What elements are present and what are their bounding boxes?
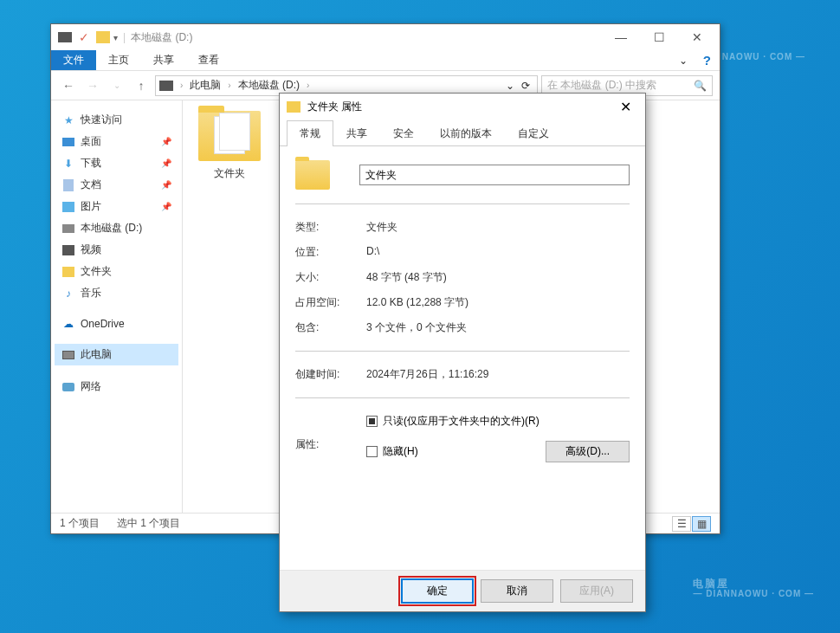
- close-button[interactable]: ✕: [613, 99, 638, 115]
- sidebar-item-pictures[interactable]: 图片📌: [55, 196, 178, 217]
- view-details-button[interactable]: ☰: [672, 516, 691, 532]
- cancel-button[interactable]: 取消: [481, 579, 553, 603]
- sidebar-item-label: 文档: [81, 178, 101, 192]
- sidebar-onedrive[interactable]: ☁OneDrive: [55, 314, 178, 333]
- dialog-titlebar: 文件夹 属性 ✕: [280, 94, 645, 119]
- search-icon[interactable]: 🔍: [694, 80, 707, 92]
- nav-back-button[interactable]: ←: [58, 75, 79, 96]
- pictures-icon: [61, 201, 75, 213]
- apply-button[interactable]: 应用(A): [560, 579, 633, 603]
- hidden-checkbox[interactable]: [366, 446, 378, 457]
- watermark-text: 电脑屋: [693, 578, 729, 590]
- sidebar-item-label: OneDrive: [81, 318, 125, 330]
- status-item-count: 1 个项目: [60, 516, 100, 531]
- sidebar-item-label: 图片: [81, 199, 101, 214]
- folder-icon: [61, 266, 75, 278]
- value-created: 2024年7月26日，11:16:29: [366, 367, 488, 382]
- folder-name-input[interactable]: [359, 165, 630, 185]
- maximize-button[interactable]: ☐: [640, 25, 678, 49]
- ribbon-file-tab[interactable]: 文件: [51, 50, 96, 70]
- sidebar-quick-access[interactable]: ★快速访问: [55, 109, 178, 131]
- divider: [295, 397, 630, 398]
- tab-previous-versions[interactable]: 以前的版本: [427, 120, 505, 146]
- breadcrumb-drive[interactable]: 本地磁盘 (D:): [235, 78, 303, 93]
- nav-up-button[interactable]: ↑: [131, 75, 152, 96]
- ok-button[interactable]: 确定: [401, 578, 474, 604]
- network-icon: [61, 381, 75, 393]
- sidebar-item-music[interactable]: ♪音乐: [55, 282, 178, 304]
- folder-large-icon: [198, 111, 261, 161]
- ribbon-tab-share[interactable]: 共享: [141, 49, 186, 71]
- sidebar: ★快速访问 桌面📌 ⬇下载📌 文档📌 图片📌 本地磁盘 (D:) 视频 文件夹 …: [51, 100, 183, 513]
- folder-item[interactable]: 文件夹: [193, 111, 266, 181]
- help-icon[interactable]: ?: [695, 53, 720, 68]
- sidebar-item-label: 快速访问: [81, 113, 122, 127]
- sidebar-item-folder[interactable]: 文件夹: [55, 261, 178, 282]
- chevron-right-icon[interactable]: ›: [177, 81, 186, 90]
- qat-check-icon[interactable]: ✓: [79, 30, 89, 44]
- star-icon: ★: [61, 114, 75, 126]
- tab-sharing[interactable]: 共享: [333, 120, 380, 146]
- sidebar-item-videos[interactable]: 视频: [55, 239, 178, 261]
- sidebar-item-label: 此电脑: [81, 347, 112, 362]
- tab-general[interactable]: 常规: [287, 120, 333, 146]
- tab-customize[interactable]: 自定义: [505, 120, 562, 146]
- status-selected-count: 选中 1 个项目: [117, 516, 180, 531]
- label-created: 创建时间:: [295, 367, 366, 382]
- sidebar-item-label: 桌面: [81, 134, 101, 149]
- value-location: D:\: [366, 245, 379, 260]
- minimize-button[interactable]: —: [602, 25, 640, 49]
- sidebar-thispc[interactable]: 此电脑: [55, 344, 178, 365]
- label-location: 位置:: [295, 245, 366, 260]
- nav-recent-dropdown[interactable]: ⌄: [107, 75, 127, 96]
- sidebar-item-label: 本地磁盘 (D:): [81, 221, 142, 236]
- dialog-buttons: 确定 取消 应用(A): [280, 570, 645, 611]
- close-button[interactable]: ✕: [678, 25, 716, 49]
- folder-icon: [96, 31, 110, 43]
- ribbon-tab-home[interactable]: 主页: [96, 49, 141, 71]
- sidebar-item-downloads[interactable]: ⬇下载📌: [55, 152, 178, 174]
- music-icon: ♪: [61, 287, 75, 300]
- pin-icon: 📌: [161, 202, 171, 211]
- label-size: 大小:: [295, 270, 366, 285]
- sidebar-item-drive-d[interactable]: 本地磁盘 (D:): [55, 217, 178, 239]
- properties-dialog: 文件夹 属性 ✕ 常规 共享 安全 以前的版本 自定义 类型:文件夹 位置:D:…: [279, 93, 646, 612]
- breadcrumb-dropdown-icon[interactable]: ⌄: [502, 80, 518, 92]
- sidebar-item-label: 网络: [81, 379, 101, 394]
- tab-security[interactable]: 安全: [380, 120, 427, 146]
- search-placeholder: 在 本地磁盘 (D:) 中搜索: [547, 78, 656, 93]
- chevron-right-icon[interactable]: ›: [224, 81, 234, 90]
- readonly-checkbox[interactable]: [366, 416, 378, 427]
- divider: [295, 351, 630, 352]
- video-icon: [61, 244, 75, 256]
- nav-forward-button[interactable]: →: [82, 75, 103, 96]
- ribbon: 文件 主页 共享 查看 ⌄ ?: [51, 50, 720, 71]
- pc-icon: [61, 349, 75, 361]
- value-contains: 3 个文件，0 个文件夹: [366, 320, 467, 335]
- value-size: 48 字节 (48 字节): [366, 270, 447, 285]
- title-bar: ✓ ▾ | 本地磁盘 (D:) — ☐ ✕: [51, 24, 720, 50]
- download-icon: ⬇: [61, 158, 75, 170]
- breadcrumb-thispc[interactable]: 此电脑: [186, 78, 224, 93]
- qat-dropdown-icon[interactable]: ▾: [113, 33, 118, 42]
- sidebar-network[interactable]: 网络: [55, 376, 178, 397]
- sidebar-item-label: 下载: [81, 156, 101, 171]
- pin-icon: 📌: [161, 180, 171, 190]
- ribbon-expand-icon[interactable]: ⌄: [672, 55, 695, 67]
- value-type: 文件夹: [366, 220, 397, 235]
- drive-icon: [58, 32, 72, 42]
- divider: [295, 203, 630, 204]
- folder-large-icon: [295, 160, 330, 190]
- sidebar-item-desktop[interactable]: 桌面📌: [55, 131, 178, 152]
- view-icons-button[interactable]: ▦: [692, 516, 711, 532]
- folder-name-label: 文件夹: [193, 166, 266, 181]
- dialog-title: 文件夹 属性: [307, 100, 362, 114]
- dialog-tabs: 常规 共享 安全 以前的版本 自定义: [280, 119, 645, 146]
- refresh-icon[interactable]: ⟳: [518, 80, 533, 92]
- sidebar-item-documents[interactable]: 文档📌: [55, 174, 178, 196]
- advanced-button[interactable]: 高级(D)...: [546, 441, 630, 462]
- sidebar-item-label: 音乐: [81, 286, 101, 300]
- ribbon-tab-view[interactable]: 查看: [186, 49, 231, 71]
- chevron-right-icon[interactable]: ›: [303, 81, 313, 90]
- label-size-on-disk: 占用空间:: [295, 295, 366, 310]
